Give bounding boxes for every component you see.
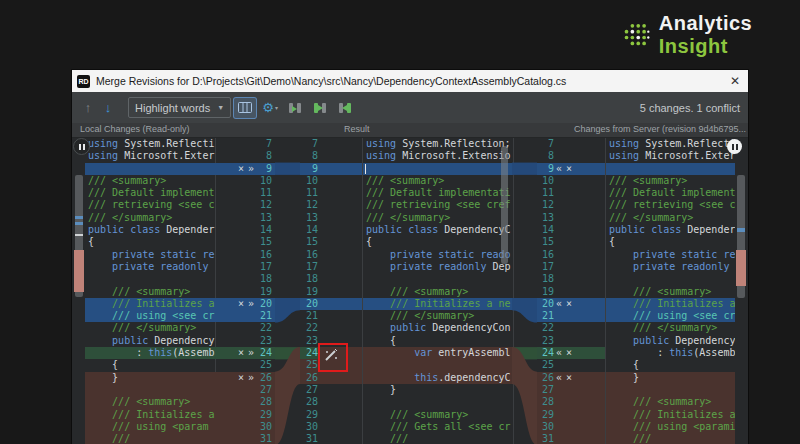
gutter-cell: 23 (215, 335, 275, 347)
wand-slot-cell (320, 150, 362, 162)
line-number: 13 (538, 212, 554, 224)
code-line: : this(Assemb (606, 347, 735, 359)
code-token: /// (633, 433, 651, 444)
previous-difference-button[interactable]: ↑ (78, 100, 98, 115)
side-by-side-viewer-button[interactable] (234, 98, 256, 118)
gutter-cell: 19 (300, 286, 320, 298)
apply-left-non-conflicting-button[interactable] (309, 98, 331, 118)
code-token: .dependencyC (438, 372, 510, 383)
line-number: 7 (302, 138, 318, 150)
apply-change-icon[interactable]: « (554, 164, 564, 174)
ignore-change-icon[interactable]: × (236, 299, 246, 309)
code-token (366, 298, 390, 309)
code-line: /// retrieving <see cref (363, 199, 513, 211)
rider-app-icon: RD (77, 75, 90, 88)
code-token: Dependency (154, 335, 214, 346)
pause-overlay-icon-left[interactable] (73, 138, 90, 155)
line-number: 7 (538, 138, 554, 150)
code-token: : (88, 347, 148, 358)
gutter-cell: 11 (215, 187, 275, 199)
gutter-cell: 14 (300, 224, 320, 236)
line-number: 18 (302, 273, 318, 285)
gutter-cell: 7 (215, 138, 275, 150)
code-token: DependencyCon (432, 322, 510, 333)
apply-right-non-conflicting-button[interactable] (334, 98, 356, 118)
code-token: /// <summary> (88, 175, 166, 186)
code-line: private static re (606, 249, 735, 261)
code-line: /// <summary> (606, 175, 735, 187)
right-scroll-stripe[interactable] (734, 138, 748, 444)
code-token: /// <summary> (366, 175, 444, 186)
line-number: 25 (256, 359, 272, 371)
code-line: { (606, 236, 735, 248)
result-line-numbers: 7891011121314151617181920212223242526272… (300, 138, 320, 444)
code-token: this (148, 347, 172, 358)
next-difference-button[interactable]: ↓ (98, 100, 118, 115)
code-line: /// (85, 433, 215, 444)
local-changes-pane: using System.Reflectiusing Microsoft.Ext… (85, 138, 216, 444)
gutter-cell: 11 (537, 187, 605, 199)
code-line: } (363, 384, 513, 396)
line-number: 17 (302, 261, 318, 273)
line-number: 19 (256, 286, 272, 298)
gutter-cell: 9 (300, 163, 320, 175)
pause-overlay-icon-right[interactable] (727, 139, 742, 154)
gutter-cell: 22 (300, 322, 320, 334)
code-line: public class Depender (85, 224, 215, 236)
gutter-cell: 19 (537, 286, 605, 298)
ignore-change-icon[interactable]: × (236, 373, 246, 383)
settings-gear-button[interactable]: ⚙ ▾ (259, 98, 281, 118)
apply-change-icon[interactable]: « (554, 299, 564, 309)
apply-change-icon[interactable]: » (246, 348, 256, 358)
code-token (366, 249, 390, 260)
line-number: 18 (538, 273, 554, 285)
apply-change-icon[interactable]: « (554, 373, 564, 383)
code-token: /// <summary> (390, 286, 468, 297)
left-scroll-stripe[interactable] (72, 138, 86, 444)
merge-toolbar: ↑ ↓ Highlight words ▼ ⚙ ▾ (72, 92, 748, 124)
code-token: System.Reflecti (645, 138, 735, 149)
ignore-change-icon[interactable]: × (236, 164, 246, 174)
result-scrollbar-thumb[interactable] (501, 146, 508, 264)
gear-icon: ⚙ (262, 101, 274, 114)
ignore-change-icon[interactable]: × (564, 373, 574, 383)
gutter-cell: 12 (300, 199, 320, 211)
apply-change-icon[interactable]: » (246, 299, 256, 309)
gutter-cell: 22 (537, 322, 605, 334)
apply-change-icon[interactable]: » (246, 164, 256, 174)
gutter-cell: 28 (215, 396, 275, 408)
code-token: private readonly (390, 261, 492, 272)
code-token: } (609, 372, 639, 383)
code-token (88, 421, 112, 432)
apply-change-icon[interactable]: « (554, 348, 564, 358)
change-connector-band (512, 347, 537, 444)
result-pane[interactable]: using System.Reflection;using Microsoft.… (362, 138, 514, 444)
gutter-cell: 13 (215, 212, 275, 224)
wand-slot-cell (320, 384, 362, 396)
gutter-cell: 29 (215, 409, 275, 421)
line-number: 20 (256, 298, 272, 310)
code-token: /// using <see cr (633, 310, 735, 321)
result-gutter (320, 138, 362, 444)
gutter-cell: 10 (300, 175, 320, 187)
gutter-cell: 17 (215, 261, 275, 273)
code-token (366, 433, 390, 444)
code-token: public class (366, 224, 444, 235)
line-number: 10 (302, 175, 318, 187)
ignore-change-icon[interactable]: × (564, 164, 574, 174)
code-token (88, 409, 112, 420)
wand-slot-cell (320, 298, 362, 310)
apply-all-non-conflicting-button[interactable] (284, 98, 306, 118)
highlight-mode-dropdown[interactable]: Highlight words ▼ (128, 97, 231, 118)
apply-change-icon[interactable]: » (246, 373, 256, 383)
line-number: 9 (256, 163, 272, 175)
ignore-change-icon[interactable]: × (564, 348, 574, 358)
ignore-change-icon[interactable]: × (236, 348, 246, 358)
gutter-cell: 7 (300, 138, 320, 150)
gutter-cell: 10 (215, 175, 275, 187)
code-token: using (88, 150, 124, 161)
logo-wordmark: Analytics Insight (659, 12, 800, 58)
ignore-change-icon[interactable]: × (564, 299, 574, 309)
code-line: : this(Assemb (85, 347, 215, 359)
close-icon[interactable]: ✕ (722, 74, 748, 88)
